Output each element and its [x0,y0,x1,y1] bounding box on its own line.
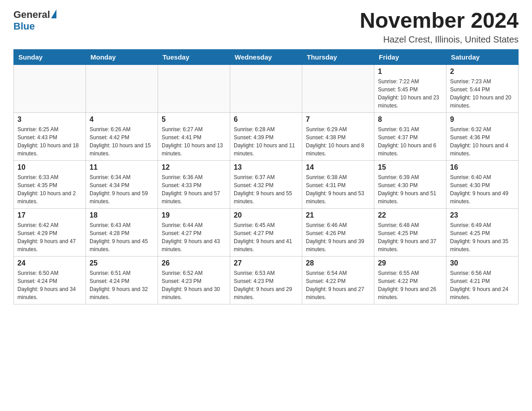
day-number: 26 [162,259,226,267]
header-thursday: Thursday [302,49,374,64]
day-info: Sunrise: 6:25 AM Sunset: 4:43 PM Dayligh… [17,125,82,158]
logo-text-general: General [13,9,50,21]
day-info: Sunrise: 6:40 AM Sunset: 4:30 PM Dayligh… [450,173,515,206]
day-info: Sunrise: 6:42 AM Sunset: 4:29 PM Dayligh… [17,221,82,253]
day-number: 24 [17,259,82,267]
calendar-cell: 19Sunrise: 6:44 AM Sunset: 4:27 PM Dayli… [158,208,230,256]
calendar-cell: 29Sunrise: 6:55 AM Sunset: 4:22 PM Dayli… [374,256,446,304]
day-info: Sunrise: 6:36 AM Sunset: 4:33 PM Dayligh… [162,173,226,206]
day-number: 29 [378,259,442,267]
day-number: 12 [162,163,226,171]
day-info: Sunrise: 7:22 AM Sunset: 5:45 PM Dayligh… [378,77,442,110]
week-row-4: 17Sunrise: 6:42 AM Sunset: 4:29 PM Dayli… [14,208,519,256]
day-number: 25 [90,259,154,267]
header-monday: Monday [86,49,158,64]
week-row-1: 1Sunrise: 7:22 AM Sunset: 5:45 PM Daylig… [14,64,519,112]
logo: General Blue [13,9,56,32]
calendar-cell: 25Sunrise: 6:51 AM Sunset: 4:24 PM Dayli… [86,256,158,304]
calendar-cell: 12Sunrise: 6:36 AM Sunset: 4:33 PM Dayli… [158,160,230,208]
calendar-cell: 6Sunrise: 6:28 AM Sunset: 4:39 PM Daylig… [230,112,302,160]
day-number: 9 [450,116,515,124]
calendar-cell: 13Sunrise: 6:37 AM Sunset: 4:32 PM Dayli… [230,160,302,208]
day-number: 22 [378,211,442,219]
header-wednesday: Wednesday [230,49,302,64]
calendar-cell: 24Sunrise: 6:50 AM Sunset: 4:24 PM Dayli… [14,256,86,304]
calendar-cell: 3Sunrise: 6:25 AM Sunset: 4:43 PM Daylig… [14,112,86,160]
day-info: Sunrise: 6:54 AM Sunset: 4:22 PM Dayligh… [306,269,370,301]
day-info: Sunrise: 6:51 AM Sunset: 4:24 PM Dayligh… [90,269,154,301]
day-info: Sunrise: 6:34 AM Sunset: 4:34 PM Dayligh… [90,173,154,206]
calendar-cell: 27Sunrise: 6:53 AM Sunset: 4:23 PM Dayli… [230,256,302,304]
calendar-cell: 21Sunrise: 6:46 AM Sunset: 4:26 PM Dayli… [302,208,374,256]
calendar-cell [86,64,158,112]
header-tuesday: Tuesday [158,49,230,64]
calendar-cell: 5Sunrise: 6:27 AM Sunset: 4:41 PM Daylig… [158,112,230,160]
day-info: Sunrise: 6:52 AM Sunset: 4:23 PM Dayligh… [162,269,226,301]
day-info: Sunrise: 6:29 AM Sunset: 4:38 PM Dayligh… [306,125,370,158]
day-info: Sunrise: 7:23 AM Sunset: 5:44 PM Dayligh… [450,77,515,110]
day-number: 4 [90,116,154,124]
day-number: 8 [378,116,442,124]
location-subtitle: Hazel Crest, Illinois, United States [360,34,519,45]
day-number: 6 [234,116,298,124]
calendar-cell: 28Sunrise: 6:54 AM Sunset: 4:22 PM Dayli… [302,256,374,304]
day-number: 30 [450,259,515,267]
day-number: 27 [234,259,298,267]
day-number: 21 [306,211,370,219]
day-number: 2 [450,68,515,76]
day-info: Sunrise: 6:37 AM Sunset: 4:32 PM Dayligh… [234,173,298,206]
day-info: Sunrise: 6:43 AM Sunset: 4:28 PM Dayligh… [90,221,154,253]
calendar-cell: 14Sunrise: 6:38 AM Sunset: 4:31 PM Dayli… [302,160,374,208]
calendar-cell: 10Sunrise: 6:33 AM Sunset: 4:35 PM Dayli… [14,160,86,208]
day-info: Sunrise: 6:49 AM Sunset: 4:25 PM Dayligh… [450,221,515,253]
day-number: 23 [450,211,515,219]
day-info: Sunrise: 6:32 AM Sunset: 4:36 PM Dayligh… [450,125,515,158]
calendar-cell: 18Sunrise: 6:43 AM Sunset: 4:28 PM Dayli… [86,208,158,256]
calendar-cell: 15Sunrise: 6:39 AM Sunset: 4:30 PM Dayli… [374,160,446,208]
logo-text-blue: Blue [13,21,35,32]
day-number: 28 [306,259,370,267]
day-number: 13 [234,163,298,171]
calendar-cell: 16Sunrise: 6:40 AM Sunset: 4:30 PM Dayli… [446,160,519,208]
week-row-5: 24Sunrise: 6:50 AM Sunset: 4:24 PM Dayli… [14,256,519,304]
day-number: 3 [17,116,82,124]
calendar-cell: 20Sunrise: 6:45 AM Sunset: 4:27 PM Dayli… [230,208,302,256]
day-number: 17 [17,211,82,219]
week-row-2: 3Sunrise: 6:25 AM Sunset: 4:43 PM Daylig… [14,112,519,160]
calendar-cell: 17Sunrise: 6:42 AM Sunset: 4:29 PM Dayli… [14,208,86,256]
day-number: 10 [17,163,82,171]
day-info: Sunrise: 6:53 AM Sunset: 4:23 PM Dayligh… [234,269,298,301]
logo-triangle-icon [51,9,56,18]
header-friday: Friday [374,49,446,64]
calendar-cell [230,64,302,112]
day-info: Sunrise: 6:55 AM Sunset: 4:22 PM Dayligh… [378,269,442,301]
weekday-header-row: Sunday Monday Tuesday Wednesday Thursday… [14,49,519,64]
day-info: Sunrise: 6:48 AM Sunset: 4:25 PM Dayligh… [378,221,442,253]
calendar-cell: 26Sunrise: 6:52 AM Sunset: 4:23 PM Dayli… [158,256,230,304]
month-year-title: November 2024 [360,9,519,33]
day-number: 19 [162,211,226,219]
calendar-cell: 22Sunrise: 6:48 AM Sunset: 4:25 PM Dayli… [374,208,446,256]
title-block: November 2024 Hazel Crest, Illinois, Uni… [360,9,519,45]
calendar-cell: 9Sunrise: 6:32 AM Sunset: 4:36 PM Daylig… [446,112,519,160]
day-info: Sunrise: 6:39 AM Sunset: 4:30 PM Dayligh… [378,173,442,206]
calendar-cell [158,64,230,112]
day-info: Sunrise: 6:44 AM Sunset: 4:27 PM Dayligh… [162,221,226,253]
calendar-table: Sunday Monday Tuesday Wednesday Thursday… [13,49,519,304]
day-info: Sunrise: 6:28 AM Sunset: 4:39 PM Dayligh… [234,125,298,158]
day-info: Sunrise: 6:50 AM Sunset: 4:24 PM Dayligh… [17,269,82,301]
calendar-cell: 1Sunrise: 7:22 AM Sunset: 5:45 PM Daylig… [374,64,446,112]
day-number: 14 [306,163,370,171]
day-number: 20 [234,211,298,219]
calendar-cell: 2Sunrise: 7:23 AM Sunset: 5:44 PM Daylig… [446,64,519,112]
day-info: Sunrise: 6:46 AM Sunset: 4:26 PM Dayligh… [306,221,370,253]
calendar-cell: 4Sunrise: 6:26 AM Sunset: 4:42 PM Daylig… [86,112,158,160]
day-number: 5 [162,116,226,124]
header-sunday: Sunday [14,49,86,64]
calendar-cell: 7Sunrise: 6:29 AM Sunset: 4:38 PM Daylig… [302,112,374,160]
page-header: General Blue November 2024 Hazel Crest, … [13,9,519,45]
calendar-cell [302,64,374,112]
day-number: 1 [378,68,442,76]
day-info: Sunrise: 6:38 AM Sunset: 4:31 PM Dayligh… [306,173,370,206]
calendar-cell: 8Sunrise: 6:31 AM Sunset: 4:37 PM Daylig… [374,112,446,160]
